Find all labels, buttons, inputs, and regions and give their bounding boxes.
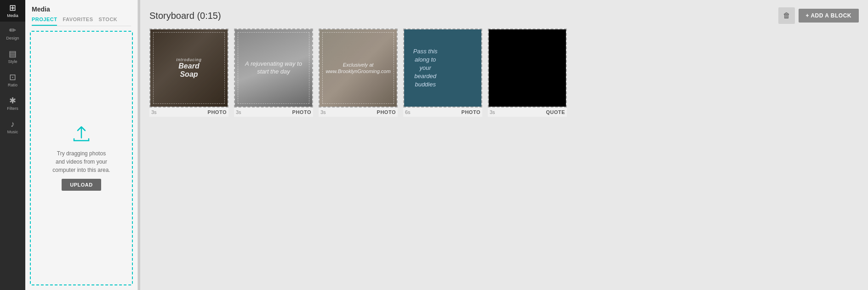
card4-left: Pass this along to your bearded buddies bbox=[404, 43, 446, 94]
upload-area: Try dragging photos and videos from your… bbox=[30, 31, 133, 285]
style-icon: ▤ bbox=[9, 50, 17, 58]
storyboard-card-1[interactable]: Introducing Beard Soap 3s PHOTO bbox=[149, 28, 228, 117]
card-dashed-border-3 bbox=[322, 32, 394, 104]
card-bg-5 bbox=[489, 29, 566, 107]
upload-icon bbox=[72, 126, 91, 145]
card-image-1: Introducing Beard Soap bbox=[149, 28, 228, 108]
storyboard-card-2[interactable]: A rejuvenating way to start the day 3s P… bbox=[234, 28, 313, 117]
card-time-5: 3s bbox=[490, 109, 495, 115]
storyboard-card-3[interactable]: Exclusively at www.BrooklynGrooming.com … bbox=[319, 28, 398, 117]
media-tabs: PROJECT FAVORITES STOCK bbox=[32, 17, 131, 26]
tab-project[interactable]: PROJECT bbox=[32, 17, 57, 26]
card-footer-5: 3s QUOTE bbox=[488, 108, 567, 117]
cards-row: Introducing Beard Soap 3s PHOTO A rejuve… bbox=[149, 28, 859, 117]
card-time-1: 3s bbox=[151, 109, 157, 115]
storyboard-title: Storyboard (0:15) bbox=[149, 11, 221, 21]
media-icon: ⊞ bbox=[9, 4, 16, 12]
sidebar-item-filters[interactable]: ✱ Filters bbox=[0, 92, 25, 115]
sidebar-label-music: Music bbox=[7, 130, 18, 134]
sidebar-item-media[interactable]: ⊞ Media bbox=[0, 0, 25, 22]
upload-hint-text: Try dragging photos and videos from your… bbox=[52, 149, 110, 174]
storyboard-area: Introducing Beard Soap 3s PHOTO A rejuve… bbox=[140, 28, 868, 290]
card-type-1: PHOTO bbox=[208, 109, 227, 115]
card-image-4: Pass this along to your bearded buddies bbox=[403, 28, 482, 108]
card-dashed-border-2 bbox=[238, 32, 309, 104]
card-bg-3: Exclusively at www.BrooklynGrooming.com bbox=[320, 29, 397, 107]
music-icon: ♪ bbox=[11, 120, 15, 128]
sidebar-item-ratio[interactable]: ⊡ Ratio bbox=[0, 68, 25, 92]
card-footer-4: 6s PHOTO bbox=[403, 108, 482, 117]
card-bg-1: Introducing Beard Soap bbox=[150, 29, 228, 107]
card-bg-4: Pass this along to your bearded buddies bbox=[404, 29, 481, 107]
media-panel-title: Media bbox=[32, 6, 131, 13]
card-bg-2: A rejuvenating way to start the day bbox=[235, 29, 312, 107]
card-image-2: A rejuvenating way to start the day bbox=[234, 28, 313, 108]
card-footer-2: 3s PHOTO bbox=[234, 108, 313, 117]
ratio-icon: ⊡ bbox=[9, 73, 16, 81]
card-dashed-border-1 bbox=[153, 32, 225, 104]
sidebar-label-design: Design bbox=[6, 36, 19, 40]
design-icon: ✏ bbox=[9, 26, 16, 34]
card-footer-3: 3s PHOTO bbox=[319, 108, 398, 117]
trash-icon: 🗑 bbox=[783, 11, 790, 20]
storyboard-card-4[interactable]: Pass this along to your bearded buddies … bbox=[403, 28, 482, 117]
card-image-5 bbox=[488, 28, 567, 108]
media-panel: Media PROJECT FAVORITES STOCK Try draggi… bbox=[25, 0, 138, 290]
card-type-5: QUOTE bbox=[546, 109, 565, 115]
sidebar-item-style[interactable]: ▤ Style bbox=[0, 45, 25, 68]
main-content: Storyboard (0:15) 🗑 + ADD A BLOCK Introd… bbox=[140, 0, 868, 290]
tab-stock[interactable]: STOCK bbox=[99, 17, 118, 26]
sidebar-item-music[interactable]: ♪ Music bbox=[0, 115, 25, 139]
card-footer-1: 3s PHOTO bbox=[149, 108, 228, 117]
card-time-4: 6s bbox=[405, 109, 411, 115]
tab-favorites[interactable]: FAVORITES bbox=[63, 17, 93, 26]
card-type-3: PHOTO bbox=[377, 109, 396, 115]
storyboard-card-5[interactable]: 3s QUOTE bbox=[488, 28, 567, 117]
sidebar-item-design[interactable]: ✏ Design bbox=[0, 22, 25, 45]
card-type-2: PHOTO bbox=[292, 109, 311, 115]
top-bar-actions: 🗑 + ADD A BLOCK bbox=[778, 7, 859, 24]
card-time-2: 3s bbox=[236, 109, 241, 115]
card4-text: Pass this along to your bearded buddies bbox=[409, 47, 442, 89]
sidebar-label-filters: Filters bbox=[7, 106, 18, 111]
sidebar-label-ratio: Ratio bbox=[8, 83, 17, 87]
card-image-3: Exclusively at www.BrooklynGrooming.com bbox=[319, 28, 398, 108]
top-bar: Storyboard (0:15) 🗑 + ADD A BLOCK bbox=[140, 0, 868, 28]
card-type-4: PHOTO bbox=[462, 109, 480, 115]
card-time-3: 3s bbox=[320, 109, 326, 115]
filters-icon: ✱ bbox=[9, 97, 16, 105]
upload-button[interactable]: UPLOAD bbox=[62, 179, 101, 191]
sidebar: ⊞ Media ✏ Design ▤ Style ⊡ Ratio ✱ Filte… bbox=[0, 0, 25, 290]
add-block-button[interactable]: + ADD A BLOCK bbox=[799, 9, 859, 23]
sidebar-label-media: Media bbox=[7, 13, 18, 18]
media-panel-header: Media PROJECT FAVORITES STOCK bbox=[25, 0, 137, 26]
delete-button[interactable]: 🗑 bbox=[778, 7, 795, 24]
sidebar-label-style: Style bbox=[8, 59, 17, 64]
